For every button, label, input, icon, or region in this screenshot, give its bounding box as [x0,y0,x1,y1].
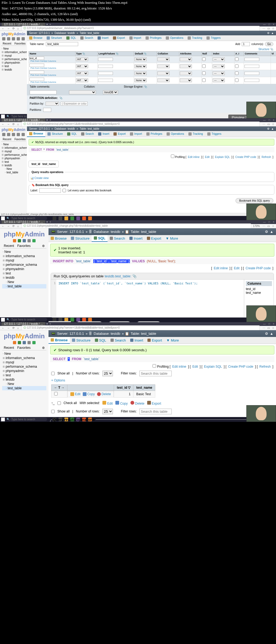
explain-link[interactable]: Explain SQL [204,365,222,369]
bulk-copy[interactable]: Copy [115,401,127,405]
home-icon[interactable]: ⌂ [17,27,19,30]
partition-expr-input[interactable] [61,102,88,106]
row-copy-link[interactable]: Copy [83,392,95,396]
edit-link[interactable]: Edit [205,156,209,159]
tab-more[interactable]: ▼ More [164,337,181,344]
tab-insert[interactable]: Insert [127,235,145,242]
tree-phpmyadmin[interactable]: phpmyadmin [2,267,46,271]
tab-sql[interactable]: SQL [64,35,78,41]
tree-mysql[interactable]: mysql [1,54,26,57]
th-test-name[interactable]: test_name [133,384,155,391]
tree-mysql[interactable]: mysql [2,360,46,364]
reload-icon[interactable] [22,37,25,40]
tree-testdb[interactable]: testdb [2,377,46,382]
col-default-select[interactable]: None [134,57,147,61]
col-comments-input[interactable] [244,58,259,61]
tree-new[interactable]: New [2,352,46,356]
edit-link[interactable]: Edit [234,266,240,270]
tree-phpmyadmin[interactable]: phpmyadmin [2,369,46,373]
col-ai-check[interactable] [235,57,239,61]
row-edit-link[interactable]: Edit [70,392,81,396]
tree-information-schema[interactable]: information_schema [2,356,46,360]
num-rows-select-2[interactable]: 25 [102,409,113,414]
tree-information-schema[interactable]: information_schema [1,50,26,54]
table-comments-input[interactable] [30,90,57,94]
tree-testdb[interactable]: testdb [1,68,26,71]
bulk-export[interactable]: Export [147,401,161,405]
create-php-link[interactable]: Create PHP code [235,156,256,159]
tree-test-table[interactable]: test_table [2,284,46,288]
tree-test[interactable]: test [2,271,46,275]
star-icon[interactable]: ☆ [272,27,274,30]
tree-test[interactable]: test [1,64,26,68]
column-item[interactable]: test_id [246,287,272,291]
up-icon[interactable]: ▲ [270,230,273,234]
tab-structure[interactable]: Structure [70,337,93,344]
breadcrumb-database[interactable]: Database: testdb [54,32,75,35]
col-name-input[interactable] [29,64,44,67]
col-length-input[interactable] [98,58,113,61]
edit-inline-link[interactable]: Edit inline [188,156,199,159]
column-item[interactable]: test_name [246,291,272,295]
col-default-select[interactable]: None [134,64,147,68]
col-type-select[interactable]: INT [76,78,88,82]
maximize-icon[interactable]: □ [268,23,270,26]
breadcrumb-table[interactable]: Table: test_table [80,32,99,35]
recent-tab[interactable]: Recent [1,42,13,46]
bookmark-button[interactable]: Bookmark this SQL query [236,198,273,203]
tree-mysql[interactable]: mysql [2,258,46,263]
forward-icon[interactable]: → [7,27,10,30]
tree-test[interactable]: test [2,373,46,377]
url-field[interactable]: ⓘ 127.0.0.1/phpmyadmin/tbl_change.php?db… [22,223,251,228]
bulk-delete[interactable]: Delete [130,401,144,405]
url-field[interactable]: ⓘ 127.0.0.1/phpmyadmin/sql.php?server=1&… [22,325,260,330]
tree-testdb[interactable]: testdb [1,164,26,167]
tree-information-schema[interactable]: information_schema [2,254,46,258]
col-type-select[interactable]: INT [76,57,88,61]
show-all-check[interactable] [51,372,55,375]
explain-link[interactable]: Explain SQL [215,156,230,159]
create-php-link[interactable]: Create PHP code [228,365,253,369]
th-test-id[interactable]: test_id ▽ [114,384,133,391]
url-field[interactable]: ⓘ 127.0.0.1/phpmyadmin/sql.php?server=1&… [22,122,260,126]
tab-insert[interactable]: Insert [128,337,146,344]
taskbar-search[interactable] [10,418,47,421]
tab-import[interactable]: Import [128,131,144,137]
windows-start-icon[interactable] [1,115,5,118]
gear-icon[interactable]: ⚙ [267,32,270,35]
tree-testdb-new[interactable]: New [2,382,46,386]
num-rows-select[interactable]: 25 [102,371,113,376]
col-name-input[interactable] [29,78,44,81]
tree-performance-schema[interactable]: performance_schema [1,153,26,157]
collation-select[interactable] [69,90,96,94]
tab-triggers[interactable]: Triggers [204,35,223,41]
pick-link[interactable]: Pick from Central Columns [29,81,75,83]
tree-mysql[interactable]: mysql [1,150,26,153]
show-all-check-2[interactable] [51,410,55,413]
col-attr-select[interactable] [180,57,192,61]
edit-inline-link[interactable]: Edit inline [214,266,228,270]
tab-browse[interactable]: Browse [27,35,44,41]
windows-start-icon[interactable] [1,216,5,220]
tab-privileges[interactable]: Privileges [143,35,164,41]
taskbar-search[interactable] [10,216,47,220]
let-every-check[interactable] [63,189,66,192]
tab-browse[interactable]: Browse [27,131,45,137]
row-delete-link[interactable]: Delete [97,392,111,396]
gear-icon[interactable]: ⚙ [265,230,268,234]
tab-export[interactable]: Export [111,35,127,41]
back-icon[interactable]: ← [2,27,4,30]
tree-performance-schema[interactable]: performance_schema [2,263,46,267]
tree-information-schema[interactable]: information_schema [1,146,26,150]
tree-new[interactable]: New [1,47,26,50]
table-name-input[interactable] [46,42,78,46]
breadcrumb-server[interactable]: Server: 127.0.0.1 [29,32,50,35]
col-name-input[interactable] [29,57,44,60]
tab-insert[interactable]: Insert [95,35,111,41]
tab-more[interactable]: ▼ More [163,235,180,242]
tab-insert[interactable]: Insert [96,131,111,137]
tree-phpmyadmin[interactable]: phpmyadmin [1,157,26,160]
docs-icon[interactable] [12,37,15,40]
check-all[interactable] [57,401,61,405]
reload-icon[interactable]: ⟳ [12,27,15,30]
